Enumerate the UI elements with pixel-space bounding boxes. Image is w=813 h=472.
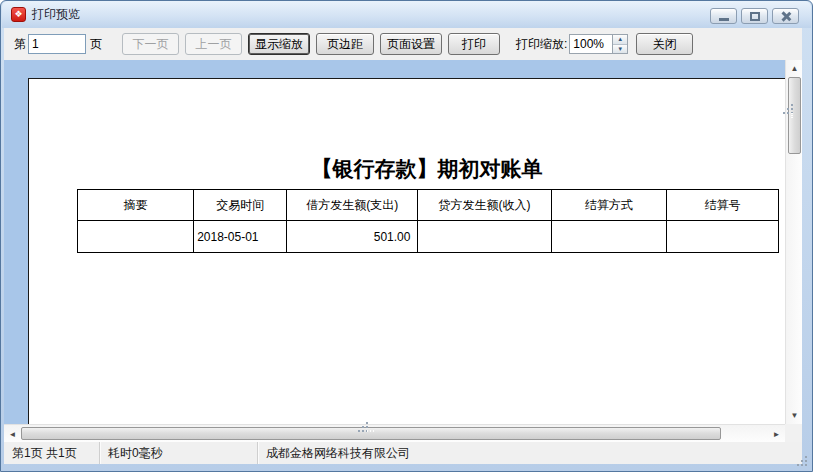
header-debit-amount: 借方发生额(支出) [287,190,418,221]
horizontal-thumb-grip [366,430,368,432]
minimize-icon [719,18,729,21]
resize-grip[interactable] [805,464,807,466]
status-company-name: 成都金格网络科技有限公司 [258,442,802,464]
maximize-icon [750,12,760,21]
title-bar[interactable]: ❖ 打印预览 [2,1,811,28]
close-window-button[interactable] [772,8,799,24]
show-zoom-button[interactable]: 显示缩放 [248,33,310,55]
prev-page-button[interactable]: 上一页 [185,33,242,55]
preview-viewport: 【银行存款】期初对账单 摘要 交易时间 借方发生额(支出) 贷方发生额(收入) … [4,60,785,424]
status-bar: 第1页 共1页 耗时0毫秒 成都金格网络科技有限公司 [4,442,802,464]
page-suffix-label: 页 [90,36,102,53]
cell-transaction-time: 2018-05-01 [194,221,287,253]
print-preview-window: ❖ 打印预览 第 页 下一页 上一页 显示缩放 页边距 页面设置 打印 打印缩放… [0,0,813,472]
page-margins-button[interactable]: 页边距 [316,33,374,55]
print-zoom-spinner: ▲ ▼ [613,34,628,54]
close-preview-button[interactable]: 关闭 [636,33,693,55]
minimize-button[interactable] [710,8,737,24]
document-title: 【银行存款】期初对账单 [77,155,777,183]
next-page-button[interactable]: 下一页 [122,33,179,55]
preview-area: 【银行存款】期初对账单 摘要 交易时间 借方发生额(支出) 贷方发生额(收入) … [4,60,802,442]
scroll-down-button[interactable]: ▼ [786,407,803,424]
vertical-thumb-grip [791,112,793,114]
cell-settlement-number [666,221,778,253]
spinner-down-button[interactable]: ▼ [613,44,627,54]
document-page: 【银行存款】期初对账单 摘要 交易时间 借方发生额(支出) 贷方发生额(收入) … [28,78,785,424]
header-credit-amount: 贷方发生额(收入) [418,190,551,221]
page-prefix-label: 第 [14,36,26,53]
scroll-up-button[interactable]: ▲ [786,60,803,77]
reconciliation-table: 摘要 交易时间 借方发生额(支出) 贷方发生额(收入) 结算方式 结算号 201… [77,189,779,253]
cell-settlement-method [551,221,666,253]
table-row: 2018-05-01 501.00 [78,221,779,253]
print-button[interactable]: 打印 [448,33,500,55]
header-summary: 摘要 [78,190,194,221]
status-elapsed-time: 耗时0毫秒 [100,442,258,464]
print-zoom-input[interactable] [569,34,613,54]
scroll-down-icon: ▼ [791,411,799,420]
status-page-info: 第1页 共1页 [4,442,100,464]
page-number-input[interactable] [28,34,86,54]
close-icon [780,11,791,22]
app-icon: ❖ [11,7,26,22]
cell-summary [78,221,194,253]
print-zoom-label: 打印缩放: [516,36,567,53]
header-settlement-number: 结算号 [666,190,778,221]
scroll-right-icon: ► [773,430,781,439]
vertical-scrollbar-thumb[interactable] [788,77,801,154]
horizontal-scrollbar-thumb[interactable] [21,427,721,440]
scroll-left-icon: ◄ [9,430,17,439]
page-setup-button[interactable]: 页面设置 [380,33,442,55]
header-settlement-method: 结算方式 [551,190,666,221]
window-title: 打印预览 [32,6,80,23]
maximize-button[interactable] [741,8,768,24]
table-header-row: 摘要 交易时间 借方发生额(支出) 贷方发生额(收入) 结算方式 结算号 [78,190,779,221]
spinner-up-button[interactable]: ▲ [613,35,627,44]
scroll-up-icon: ▲ [791,64,799,73]
scroll-left-button[interactable]: ◄ [4,425,21,443]
toolbar: 第 页 下一页 上一页 显示缩放 页边距 页面设置 打印 打印缩放: ▲ ▼ 关… [4,28,802,60]
horizontal-scrollbar[interactable]: ◄ ► [4,424,785,442]
vertical-scrollbar[interactable]: ▲ ▼ [785,60,802,424]
spinner-down-icon: ▼ [617,46,623,52]
header-transaction-time: 交易时间 [194,190,287,221]
spinner-up-icon: ▲ [617,36,623,42]
cell-credit-amount [418,221,551,253]
app-icon-glyph: ❖ [14,10,22,19]
scroll-right-button[interactable]: ► [768,425,785,443]
cell-debit-amount: 501.00 [287,221,418,253]
scrollbar-corner [785,424,802,442]
window-controls [710,8,799,24]
